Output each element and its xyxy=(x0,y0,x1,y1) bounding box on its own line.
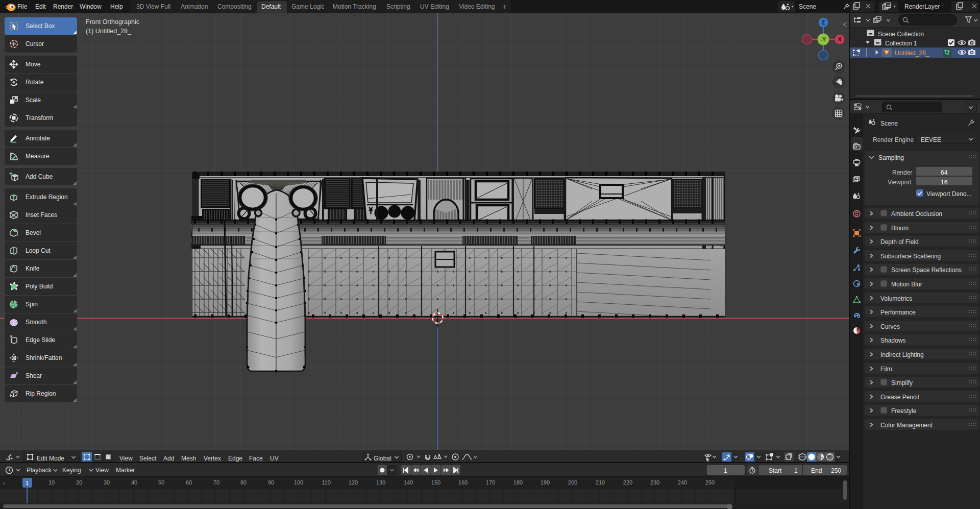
svg-text:X: X xyxy=(838,37,842,42)
svg-text:Z: Z xyxy=(822,20,825,26)
svg-text:-Y: -Y xyxy=(821,37,826,42)
